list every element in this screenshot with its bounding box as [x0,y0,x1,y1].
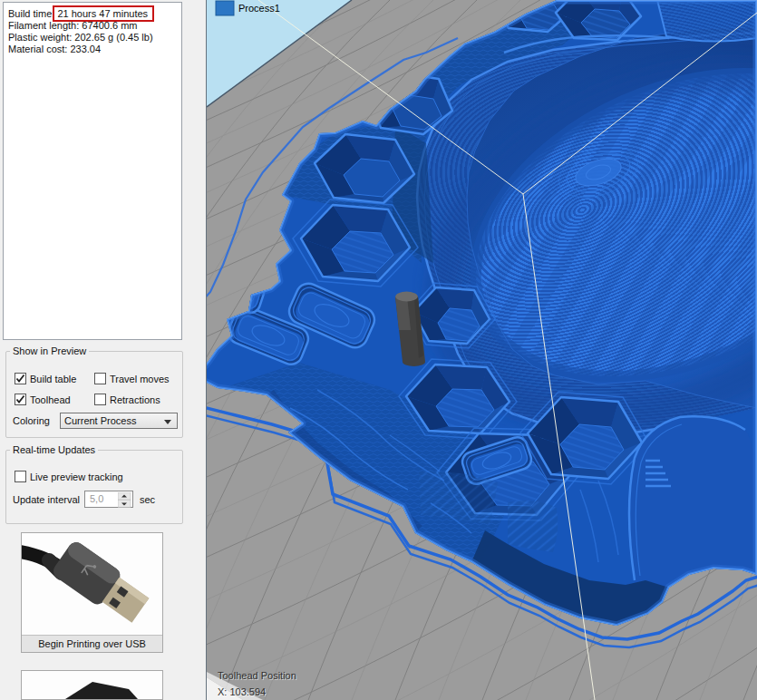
svg-text:X: 103.594: X: 103.594 [218,686,266,697]
svg-text:Process1: Process1 [238,3,280,14]
svg-text:Toolhead Position: Toolhead Position [218,670,296,681]
